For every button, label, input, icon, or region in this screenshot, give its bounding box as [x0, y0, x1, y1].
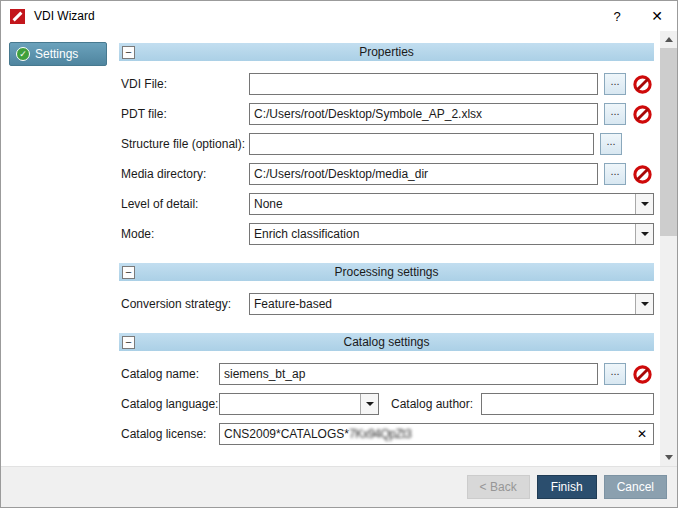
prohibition-icon [632, 364, 653, 385]
pdt-file-input[interactable] [249, 103, 598, 125]
field-row-level-of-detail: Level of detail: None [121, 193, 654, 215]
catalog-name-browse-button[interactable]: ... [604, 363, 626, 385]
level-of-detail-value: None [250, 194, 635, 214]
structure-file-input[interactable] [249, 133, 594, 155]
catalog-name-label: Catalog name: [121, 367, 219, 381]
section-header-properties: Properties − [119, 43, 654, 61]
catalog-language-select[interactable] [219, 393, 379, 415]
field-row-catalog-language-author: Catalog language: Catalog author: [121, 393, 654, 415]
conversion-strategy-select[interactable]: Feature-based [249, 293, 654, 315]
vdi-file-label: VDI File: [121, 77, 249, 91]
main-panel: Properties − VDI File: ... PDT file: ... [113, 31, 660, 466]
media-directory-browse-button[interactable]: ... [604, 163, 626, 185]
field-row-mode: Mode: Enrich classification [121, 223, 654, 245]
catalog-license-redacted-value: 7Kx94QpZt3 [349, 427, 411, 441]
chevron-down-icon [635, 224, 653, 244]
conversion-strategy-label: Conversion strategy: [121, 297, 249, 311]
help-button[interactable]: ? [597, 1, 637, 31]
prohibition-icon [632, 104, 653, 125]
conversion-strategy-value: Feature-based [250, 294, 635, 314]
section-title: Processing settings [119, 265, 654, 279]
structure-file-label: Structure file (optional): [121, 137, 249, 151]
back-button[interactable]: < Back [467, 475, 530, 499]
field-row-media-directory: Media directory: ... [121, 163, 654, 185]
mode-select[interactable]: Enrich classification [249, 223, 654, 245]
pdt-file-prohibit-button[interactable] [630, 103, 654, 125]
catalog-license-value: CNS2009*CATALOGS* [224, 427, 349, 441]
scrollbar-thumb[interactable] [660, 48, 677, 236]
title-bar: VDI Wizard ? ✕ [1, 1, 677, 31]
field-row-catalog-license: Catalog license: CNS2009*CATALOGS* 7Kx94… [121, 423, 654, 445]
scroll-up-icon [665, 37, 673, 42]
catalog-author-input[interactable] [481, 393, 654, 415]
pdt-file-browse-button[interactable]: ... [604, 103, 626, 125]
window-title: VDI Wizard [34, 9, 597, 23]
clear-input-icon[interactable]: ✕ [635, 427, 649, 441]
field-row-conversion-strategy: Conversion strategy: Feature-based [121, 293, 654, 315]
media-directory-label: Media directory: [121, 167, 249, 181]
structure-file-browse-button[interactable]: ... [600, 133, 622, 155]
section-title: Catalog settings [119, 335, 654, 349]
catalog-name-input[interactable] [219, 363, 598, 385]
chevron-down-icon [635, 194, 653, 214]
level-of-detail-label: Level of detail: [121, 197, 249, 211]
finish-button[interactable]: Finish [537, 475, 597, 499]
section-title: Properties [119, 45, 654, 59]
vertical-scrollbar[interactable] [660, 31, 677, 466]
field-row-structure-file: Structure file (optional): ... [121, 133, 654, 155]
app-icon [10, 9, 25, 24]
catalog-license-input[interactable]: CNS2009*CATALOGS* 7Kx94QpZt3 ✕ [219, 423, 654, 445]
catalog-license-label: Catalog license: [121, 427, 219, 441]
scroll-down-button[interactable] [660, 449, 677, 466]
prohibition-icon [632, 74, 653, 95]
vdi-file-prohibit-button[interactable] [630, 73, 654, 95]
sidebar-item-settings[interactable]: ✓ Settings [9, 42, 107, 66]
pdt-file-label: PDT file: [121, 107, 249, 121]
mode-value: Enrich classification [250, 224, 635, 244]
close-button[interactable]: ✕ [637, 1, 677, 31]
media-directory-prohibit-button[interactable] [630, 163, 654, 185]
scroll-up-button[interactable] [660, 31, 677, 48]
vdi-file-browse-button[interactable]: ... [604, 73, 626, 95]
dialog-body: ✓ Settings Properties − VDI File: ... PD… [1, 31, 677, 466]
catalog-language-value [220, 394, 360, 414]
check-circle-icon: ✓ [16, 47, 30, 61]
media-directory-input[interactable] [249, 163, 598, 185]
sidebar-settings-label: Settings [35, 47, 78, 61]
field-row-vdi-file: VDI File: ... [121, 73, 654, 95]
cancel-button[interactable]: Cancel [604, 475, 667, 499]
footer-bar: < Back Finish Cancel [1, 466, 677, 507]
chevron-down-icon [360, 394, 378, 414]
chevron-down-icon [635, 294, 653, 314]
catalog-name-prohibit-button[interactable] [630, 363, 654, 385]
section-header-processing: Processing settings − [119, 263, 654, 281]
prohibition-icon [632, 164, 653, 185]
scroll-down-icon [665, 455, 673, 460]
vdi-wizard-dialog: VDI Wizard ? ✕ ✓ Settings Properties − V… [0, 0, 678, 508]
level-of-detail-select[interactable]: None [249, 193, 654, 215]
catalog-language-label: Catalog language: [121, 397, 219, 411]
field-row-catalog-name: Catalog name: ... [121, 363, 654, 385]
field-row-pdt-file: PDT file: ... [121, 103, 654, 125]
structure-file-spacer [626, 133, 654, 155]
sidebar: ✓ Settings [1, 31, 113, 466]
mode-label: Mode: [121, 227, 249, 241]
catalog-author-label: Catalog author: [391, 397, 481, 411]
section-header-catalog: Catalog settings − [119, 333, 654, 351]
vdi-file-input[interactable] [249, 73, 598, 95]
